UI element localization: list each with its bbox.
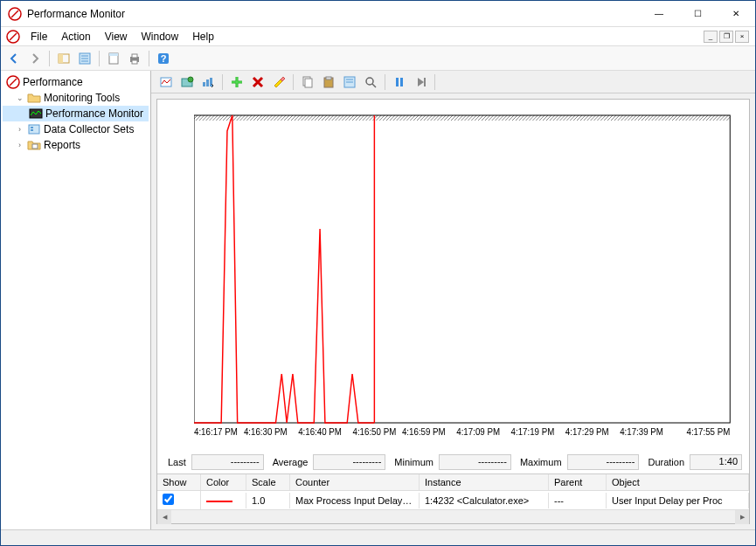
svg-line-3 [10,33,17,40]
svg-rect-43 [194,115,730,121]
print-button[interactable] [125,49,144,68]
svg-text:4:17:19 PM: 4:17:19 PM [511,427,555,437]
svg-rect-33 [326,77,331,79]
minimize-button[interactable]: — [640,1,678,26]
perfmon-icon [29,107,43,121]
tree-root-label: Performance [23,76,83,88]
menu-view[interactable]: View [98,29,135,45]
svg-point-26 [188,77,193,82]
reports-icon [27,138,41,152]
svg-text:4:17:55 PM: 4:17:55 PM [687,427,731,437]
average-label: Average [273,457,309,467]
view-log-button[interactable] [177,73,197,92]
delete-counter-button[interactable] [248,73,267,92]
header-scale[interactable]: Scale [246,474,290,490]
main-area: Performance ⌄ Monitoring Tools Performan… [1,71,755,529]
view-current-button[interactable] [156,73,176,92]
cell-counter: Max Process Input Delay (ms) [290,493,420,508]
svg-line-38 [372,84,376,87]
zoom-button[interactable] [361,73,380,92]
copy-button[interactable] [298,73,317,92]
chart-type-button[interactable] [198,73,218,92]
cell-color [201,493,246,508]
svg-text:4:17:29 PM: 4:17:29 PM [565,427,609,437]
header-object[interactable]: Object [607,474,749,490]
export-button[interactable] [104,49,123,68]
duration-label: Duration [648,457,684,467]
last-value: --------- [191,454,264,470]
svg-rect-5 [59,54,63,63]
tree-reports[interactable]: › Reports [3,137,149,153]
folder-icon [27,91,41,105]
chart-body[interactable]: 100 90 80 70 60 50 40 30 20 10 0 4: [157,100,749,451]
tree-perfmon-label: Performance Monitor [45,107,143,120]
cell-instance: 1:4232 <Calculator.exe> [420,493,549,508]
show-hide-tree-button[interactable] [54,49,73,68]
counter-row[interactable]: 1.0 Max Process Input Delay (ms) 1:4232 … [157,491,749,509]
highlight-button[interactable] [269,73,288,92]
svg-rect-21 [31,127,33,128]
svg-rect-29 [210,78,212,86]
forward-button[interactable] [25,49,45,68]
counter-table-header[interactable]: Show Color Scale Counter Instance Parent… [157,474,749,491]
show-checkbox[interactable] [163,494,174,505]
tree-performance-monitor[interactable]: Performance Monitor [3,106,149,121]
svg-text:4:16:59 PM: 4:16:59 PM [402,427,446,437]
svg-rect-41 [424,78,426,86]
tree-reports-label: Reports [44,139,80,151]
svg-rect-28 [206,79,209,86]
properties2-button[interactable] [340,73,359,92]
navigation-tree[interactable]: Performance ⌄ Monitoring Tools Performan… [1,71,151,529]
expander-icon[interactable]: › [15,125,24,134]
cell-object: User Input Delay per Proc [607,493,749,508]
svg-rect-27 [203,82,205,86]
app-icon-small [6,30,20,44]
svg-text:?: ? [161,53,167,64]
back-button[interactable] [4,49,24,68]
svg-line-18 [10,79,17,86]
cell-scale: 1.0 [246,493,290,508]
freeze-button[interactable] [390,73,409,92]
add-counter-button[interactable] [227,73,246,92]
header-parent[interactable]: Parent [549,474,607,490]
paste-button[interactable] [319,73,338,92]
svg-rect-22 [31,129,33,131]
mdi-restore[interactable]: ❐ [719,31,733,43]
mdi-minimize[interactable]: _ [704,31,718,43]
properties-button[interactable] [75,49,94,68]
duration-value: 1:40 [690,454,742,470]
menu-window[interactable]: Window [135,29,186,45]
svg-rect-42 [194,115,730,423]
tree-monitoring-tools[interactable]: ⌄ Monitoring Tools [3,90,149,106]
app-icon [8,7,22,21]
tree-data-collector-sets[interactable]: › Data Collector Sets [3,121,149,137]
cell-show[interactable] [157,491,201,509]
menu-help[interactable]: Help [185,29,221,45]
maximum-label: Maximum [520,457,562,467]
svg-rect-39 [396,78,399,86]
tree-root-performance[interactable]: Performance [3,74,149,90]
dcs-icon [27,122,41,136]
close-button[interactable]: ✕ [717,1,755,26]
svg-rect-20 [29,125,39,134]
minimum-value: --------- [439,454,511,470]
header-instance[interactable]: Instance [420,474,549,490]
main-toolbar: ? [1,46,755,71]
horizontal-scrollbar[interactable] [157,509,749,523]
header-counter[interactable]: Counter [290,474,420,490]
help-button[interactable]: ? [154,49,173,68]
update-button[interactable] [411,73,430,92]
expander-icon[interactable]: ⌄ [15,93,24,102]
menu-file[interactable]: File [24,29,54,45]
maximize-button[interactable]: ☐ [678,1,717,26]
svg-rect-23 [32,144,38,149]
header-show[interactable]: Show [157,474,201,490]
header-color[interactable]: Color [201,474,246,490]
svg-rect-13 [132,54,137,58]
svg-text:4:16:40 PM: 4:16:40 PM [298,427,342,437]
mdi-close[interactable]: × [735,31,749,43]
menu-action[interactable]: Action [54,29,97,45]
expander-icon[interactable]: › [15,141,24,149]
svg-point-37 [366,78,373,85]
maximum-value: --------- [567,454,640,470]
